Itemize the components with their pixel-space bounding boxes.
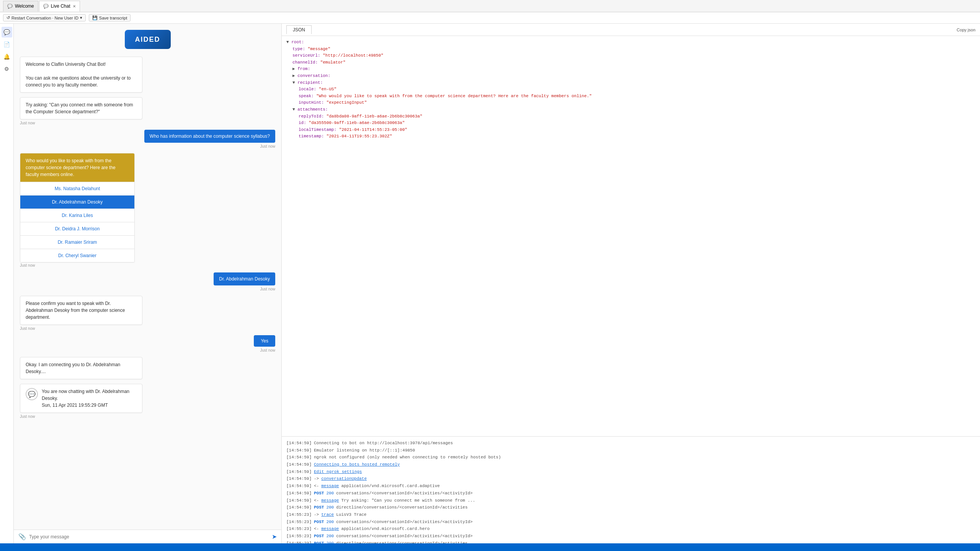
confirm-text: Please confirm you want to speak with Dr…	[26, 301, 125, 320]
json-speak-key: speak:	[299, 94, 314, 98]
faculty-card: Who would you like to speak with from th…	[20, 153, 275, 268]
log-text: conversations/<conversationId>/activitie…	[336, 518, 472, 526]
log-type[interactable]: message	[321, 483, 339, 490]
send-button[interactable]: ➤	[272, 533, 277, 540]
bot-message-connecting: Okay. I am connecting you to Dr. Abdelra…	[20, 357, 142, 379]
log-type[interactable]: message	[321, 497, 339, 504]
yes-button[interactable]: Yes	[254, 335, 275, 347]
json-header: JSON Copy json	[282, 24, 980, 36]
json-root-key: root:	[291, 40, 304, 44]
log-text[interactable]: Edit ngrok settings	[314, 468, 362, 476]
log-text: directline/conversations/<conversationId…	[336, 540, 467, 543]
faculty-btn-deidra[interactable]: Dr. Deidra J. Morrison	[20, 222, 134, 235]
right-panel: JSON Copy json ▼ root: type: "message" s…	[282, 24, 980, 543]
tab-welcome[interactable]: 💬 Welcome	[3, 1, 38, 11]
syllabus-text: Who has information about the computer s…	[150, 134, 270, 139]
doctor-text: Dr. Abdelrahman Desoky	[219, 276, 270, 282]
user-message-doctor: Dr. Abdelrahman Desoky Just now	[214, 272, 275, 291]
log-direction: ->	[314, 511, 319, 518]
left-nav: 💬 📄 🔔 ⚙	[0, 24, 14, 543]
nav-file-icon[interactable]: 📄	[2, 39, 12, 50]
confirm-timestamp: Just now	[20, 326, 142, 331]
copy-json-button[interactable]: Copy json	[957, 28, 975, 32]
university-logo: AIDED	[125, 30, 171, 49]
log-timestamp: [14:54:59]	[286, 461, 312, 468]
log-text: Emulator listening on http://[::1]:49850	[314, 447, 415, 454]
log-status: 200	[326, 490, 334, 497]
json-root-expand[interactable]: ▼	[286, 40, 289, 44]
toolbar: ↺ Restart Conversation · New User ID ▾ 💾…	[0, 12, 980, 24]
log-line: [14:55:23]->traceLuisV3 Trace	[286, 511, 975, 518]
log-direction: POST	[314, 504, 324, 511]
chat-input-area: 📎 ➤	[14, 530, 281, 543]
log-line: [14:54:59]<-messageTry asking: "Can you …	[286, 497, 975, 504]
faculty-btn-natasha[interactable]: Ms. Natasha Delahunt	[20, 182, 134, 195]
system-sub-text: Sun, 11 Apr 2021 19:55:29 GMT	[42, 402, 137, 409]
tab-livechat[interactable]: 💬 Live Chat ✕	[39, 1, 80, 11]
log-type[interactable]: trace	[321, 511, 334, 518]
nav-settings-icon[interactable]: ⚙	[2, 64, 12, 74]
nav-bell-icon[interactable]: 🔔	[2, 51, 12, 62]
log-line: [14:54:59]Emulator listening on http://[…	[286, 447, 975, 454]
json-attachments-key: attachments:	[297, 107, 328, 112]
try-text: Try asking: "Can you connect me with som…	[26, 102, 133, 114]
log-line: [14:55:23]<-messageapplication/vnd.micro…	[286, 525, 975, 533]
logo-text: AIDED	[135, 36, 160, 44]
log-status: 200	[326, 540, 334, 543]
log-text: conversations/<conversationId>/activitie…	[336, 533, 472, 540]
nav-chat-icon[interactable]: 💬	[2, 27, 12, 37]
log-status: 200	[326, 518, 334, 526]
log-line: [14:54:59]ngrok not configured (only nee…	[286, 454, 975, 461]
connecting-bubble: Okay. I am connecting you to Dr. Abdelra…	[20, 357, 142, 379]
faculty-btn-abdelrahman[interactable]: Dr. Abdelrahman Desoky	[20, 195, 134, 209]
json-from-key: from:	[297, 67, 310, 71]
doctor-timestamp: Just now	[260, 287, 275, 291]
json-replytoid-val: "da8bda08-9aff-11eb-a6ae-2b6b8c30063a"	[327, 114, 423, 119]
json-tab[interactable]: JSON	[286, 25, 312, 34]
json-serviceurl-val: "http://localhost:49850"	[323, 53, 383, 58]
chat-input[interactable]	[29, 534, 269, 540]
log-line: [14:54:59]Connecting to bots hosted remo…	[286, 461, 975, 468]
welcome-tab-label: Welcome	[15, 3, 34, 9]
log-text: Try asking: "Can you connect me with som…	[341, 497, 475, 504]
welcome-bubble: Welcome to Claflin University Chat Bot!Y…	[20, 57, 142, 93]
bot-logo: AIDED	[20, 30, 275, 49]
json-content: ▼ root: type: "message" serviceUrl: "htt…	[282, 36, 980, 436]
faculty-btn-cheryl[interactable]: Dr. Cheryl Swanier	[20, 249, 134, 262]
attach-icon[interactable]: 📎	[18, 533, 26, 540]
log-line: [14:54:59]Connecting to bot on http://lo…	[286, 440, 975, 447]
livechat-tab-label: Live Chat	[51, 3, 70, 9]
json-attachments-expand[interactable]: ▼	[292, 107, 295, 112]
json-local-ts-key: localTimestamp:	[299, 127, 336, 132]
log-type[interactable]: message	[321, 525, 339, 533]
log-timestamp: [14:54:59]	[286, 468, 312, 476]
json-serviceurl-key: serviceUrl:	[292, 53, 320, 58]
log-timestamp: [14:54:59]	[286, 497, 312, 504]
log-status: 200	[326, 504, 334, 511]
restart-button[interactable]: ↺ Restart Conversation · New User ID ▾	[3, 14, 86, 21]
log-line: [14:54:59]POST200conversations/<conversa…	[286, 490, 975, 497]
log-text: application/vnd.microsoft.card.hero	[341, 525, 430, 533]
json-inputhint-val: "expectingInput"	[327, 100, 367, 105]
faculty-header-text: Who would you like to speak with from th…	[26, 158, 116, 177]
json-from-expand[interactable]: ▶	[292, 67, 295, 71]
json-channelid-val: "emulator"	[320, 60, 346, 65]
title-bar: 💬 Welcome 💬 Live Chat ✕	[0, 0, 980, 12]
log-text[interactable]: Connecting to bots hosted remotely	[314, 461, 400, 468]
faculty-btn-ramaier[interactable]: Dr. Ramaier Sriram	[20, 235, 134, 249]
restart-dropdown-icon: ▾	[80, 15, 82, 20]
bot-message-confirm: Please confirm you want to speak with Dr…	[20, 296, 142, 331]
faculty-btn-karina[interactable]: Dr. Karina Liles	[20, 209, 134, 222]
json-conversation-expand[interactable]: ▶	[292, 73, 295, 78]
json-inputhint-key: inputHint:	[299, 100, 324, 105]
json-ts-val: "2021-04-11T19:55:23.302Z"	[327, 134, 392, 139]
restart-icon: ↺	[7, 15, 10, 20]
save-transcript-button[interactable]: 💾 Save transcript	[89, 14, 131, 21]
log-type[interactable]: conversationUpdate	[321, 475, 367, 483]
json-recipient-expand[interactable]: ▼	[292, 80, 295, 85]
json-conversation-key: conversation:	[297, 73, 330, 78]
log-direction: <-	[314, 497, 319, 504]
close-tab-icon[interactable]: ✕	[73, 4, 76, 8]
log-timestamp: [14:54:59]	[286, 504, 312, 511]
json-local-ts-val: "2021-04-11T14:55:23-05:00"	[339, 127, 407, 132]
